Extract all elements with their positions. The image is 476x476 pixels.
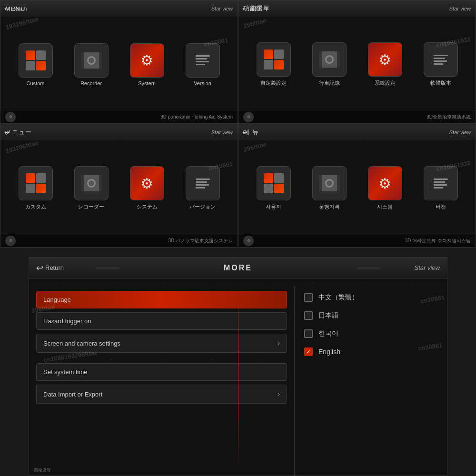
panel-header-kr: ↩ 메 뉴 Star view	[238, 124, 476, 140]
panel-top-left: ↩ Return MENU Star view	[0, 0, 238, 124]
icon-cell	[26, 184, 35, 193]
panel-footer: ⚙ 3D panoramic Parking Aid System	[0, 110, 238, 123]
more-logo: Star view	[415, 264, 440, 271]
custom-icon-kr	[259, 169, 288, 198]
custom-label-jp: カスタム	[25, 203, 46, 210]
recorder-label: Recorder	[80, 80, 102, 86]
icon-cell	[274, 50, 284, 59]
menu-item-custom-kr[interactable]: 사용자	[257, 166, 291, 210]
menu-item-custom[interactable]: Custom	[19, 43, 53, 86]
icon-line	[434, 184, 447, 186]
menu-item-recorder[interactable]: Recorder	[74, 43, 109, 86]
icon-line	[196, 187, 205, 188]
starview-logo-jp: Star view	[211, 129, 233, 135]
system-label-zh: 系統設定	[375, 79, 396, 87]
lang-option-ko[interactable]: 한국어	[304, 329, 437, 338]
setting-hazard[interactable]: Hazard trigger on	[36, 312, 287, 330]
custom-label: Custom	[27, 80, 45, 86]
menu-item-system-zh[interactable]: ⚙ 系統設定	[368, 42, 402, 87]
icon-cell	[26, 50, 35, 60]
icon-line	[434, 60, 447, 62]
language-label: Language	[43, 296, 280, 303]
gear-icon: ⚙	[140, 52, 153, 69]
footer-text-jp: 3D パノラマ駐車支援システム	[168, 238, 233, 244]
system-icon-box-zh: ⚙	[368, 42, 402, 77]
menu-item-version[interactable]: Version	[186, 43, 220, 86]
panel-footer-kr: ⚙ 3D 어라운드뷰 주차지원시스템	[238, 234, 476, 247]
icon-line	[434, 181, 445, 183]
return-label-zh: 返回	[249, 5, 260, 12]
menu-item-recorder-kr[interactable]: 운행기록	[312, 166, 347, 210]
return-button-jp[interactable]: ↩	[4, 129, 10, 136]
icon-cell	[264, 184, 273, 193]
recorder-label-zh: 行車記錄	[319, 79, 340, 87]
lang-label-en: English	[318, 348, 340, 356]
menu-item-recorder-zh[interactable]: 行車記錄	[312, 42, 347, 87]
film-icon	[81, 52, 102, 69]
icon-line	[196, 184, 209, 186]
menu-item-version-zh[interactable]: 軟體版本	[424, 42, 458, 87]
panel-header: ↩ Return MENU Star view	[0, 0, 238, 17]
menu-item-system-jp[interactable]: ⚙ システム	[130, 166, 164, 210]
setting-system-time[interactable]: Set system time	[36, 363, 287, 381]
version-icon-zh	[431, 52, 451, 68]
custom-icon	[21, 46, 50, 75]
lang-option-en[interactable]: English	[304, 347, 437, 356]
custom-icon-box-zh	[257, 42, 291, 77]
menu-item-system[interactable]: ⚙ System	[130, 43, 164, 86]
menu-icons-zh: 自定義設定 行車記錄 ⚙ 系統設定	[238, 19, 476, 110]
custom-label-kr: 사용자	[266, 203, 281, 210]
icon-cell	[36, 173, 46, 183]
setting-screen-camera[interactable]: Screen and camera settings ›	[36, 334, 287, 353]
system-label-jp: システム	[137, 203, 158, 210]
icon-line	[434, 63, 443, 65]
return-button-kr[interactable]: ↩	[242, 129, 248, 136]
settings-list: Language Hazard trigger on Screen and ca…	[29, 286, 295, 476]
menu-icons: Custom Recorder ⚙ S	[0, 19, 238, 110]
panel-top-right: ↩ 返回 功能選單 Star view	[238, 0, 476, 124]
setting-language[interactable]: Language	[36, 291, 287, 308]
menu-item-version-jp[interactable]: バージョン	[186, 166, 220, 210]
footer-logo-jp: ⚙	[5, 236, 16, 246]
panel-footer-zh: ⚙ 3D全景泊車輔助系統	[238, 110, 476, 123]
footer-logo: ⚙	[5, 112, 16, 122]
more-return-button[interactable]: ↩ Return	[36, 263, 64, 273]
starview-logo: Star view	[211, 6, 233, 11]
screen-camera-label: Screen and camera settings	[43, 340, 278, 347]
film-icon-jp	[81, 175, 102, 191]
icon-cell	[264, 60, 273, 69]
custom-icon-zh	[259, 45, 288, 74]
return-button[interactable]: ↩ Return	[4, 5, 27, 12]
lang-option-zh-tw[interactable]: 中文（繁體）	[304, 293, 437, 302]
lang-label-zh-tw: 中文（繁體）	[318, 293, 358, 302]
icon-line	[196, 55, 210, 57]
panel-header-zh: ↩ 返回 功能選單 Star view	[238, 0, 476, 17]
recorder-icon-box-kr	[312, 166, 347, 200]
menu-icons-jp: カスタム レコーダー ⚙ システム	[0, 143, 238, 234]
icon-cell	[274, 60, 284, 69]
return-button-zh[interactable]: ↩ 返回	[242, 5, 260, 12]
setting-data-import[interactable]: Data Import or Export ›	[36, 385, 287, 404]
panel-mid-left: ↩ メニュー Star view	[0, 124, 238, 248]
menu-item-custom-zh[interactable]: 自定義設定	[257, 42, 291, 87]
panel-footer-jp: ⚙ 3D パノラマ駐車支援システム	[0, 234, 238, 247]
starview-logo-kr: Star view	[449, 129, 471, 135]
version-label: Version	[194, 80, 211, 86]
dots-row-mid: • • • • •	[36, 357, 287, 363]
lang-option-ja[interactable]: 日本語	[304, 311, 437, 320]
version-icon-box-zh	[424, 42, 458, 77]
image-settings-footer: 图像设置	[34, 467, 51, 474]
menu-item-recorder-jp[interactable]: レコーダー	[74, 166, 109, 210]
more-return-label: Return	[45, 264, 64, 271]
lang-checkbox-ko	[304, 329, 313, 338]
menu-item-system-kr[interactable]: ⚙ 시스템	[368, 166, 402, 210]
system-icon-box: ⚙	[130, 43, 164, 78]
version-icon-box	[186, 43, 220, 78]
menu-item-custom-jp[interactable]: カスタム	[19, 166, 53, 210]
recorder-icon-box-jp	[74, 166, 109, 200]
custom-icon-box-jp	[19, 166, 53, 200]
screen-camera-arrow-icon: ›	[278, 339, 280, 347]
recorder-icon-box-zh	[312, 42, 347, 77]
menu-item-version-kr[interactable]: 버전	[424, 166, 458, 210]
version-icon-kr	[431, 176, 451, 191]
